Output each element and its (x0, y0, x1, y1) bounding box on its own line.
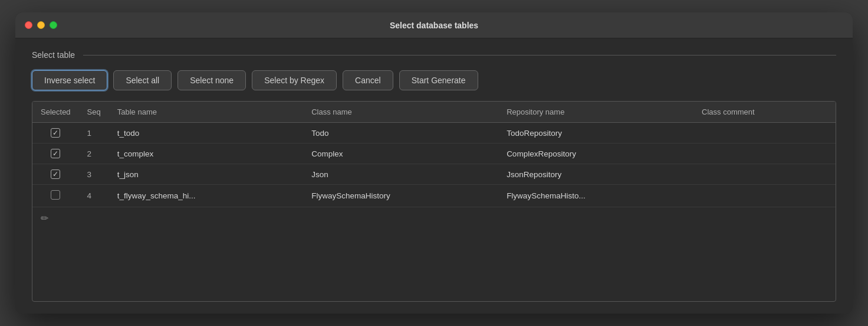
table-name-cell: t_json (109, 164, 303, 185)
checkbox-cell (32, 144, 79, 164)
class-comment-cell (693, 123, 836, 144)
col-header-class-comment: Class comment (693, 102, 836, 123)
footer-bar: ✏ (32, 207, 836, 229)
col-header-class-name: Class name (303, 102, 498, 123)
checkbox-cell (32, 123, 79, 144)
edit-icon[interactable]: ✏ (41, 213, 48, 224)
section-label: Select table (32, 50, 75, 60)
cancel-button[interactable]: Cancel (343, 70, 393, 90)
col-header-repository-name: Repository name (498, 102, 693, 123)
col-header-selected: Selected (32, 102, 79, 123)
content-area: Select table Inverse select Select all S… (15, 38, 853, 314)
seq-cell: 4 (79, 185, 109, 207)
class-name-cell: Complex (303, 144, 498, 164)
start-generate-button[interactable]: Start Generate (399, 70, 478, 90)
table-name-cell: t_complex (109, 144, 303, 164)
row-checkbox[interactable] (51, 169, 60, 179)
col-header-table-name: Table name (109, 102, 303, 123)
data-table: Selected Seq Table name Class name Repos… (32, 102, 836, 207)
section-header: Select table (32, 50, 836, 60)
seq-cell: 3 (79, 164, 109, 185)
close-button[interactable] (25, 21, 32, 29)
minimize-button[interactable] (37, 21, 45, 29)
repository-name-cell: FlywaySchemaHisto... (498, 185, 693, 207)
table-row[interactable]: 2t_complexComplexComplexRepository (32, 144, 836, 164)
table-row[interactable]: 1t_todoTodoTodoRepository (32, 123, 836, 144)
table-container: Selected Seq Table name Class name Repos… (32, 101, 836, 302)
repository-name-cell: ComplexRepository (498, 144, 693, 164)
seq-cell: 1 (79, 123, 109, 144)
section-divider (83, 55, 836, 56)
checkbox-cell (32, 164, 79, 185)
window-title: Select database tables (390, 21, 478, 30)
table-name-cell: t_todo (109, 123, 303, 144)
class-comment-cell (693, 144, 836, 164)
seq-cell: 2 (79, 144, 109, 164)
select-none-button[interactable]: Select none (177, 70, 246, 90)
checkbox-cell (32, 185, 79, 207)
title-bar: Select database tables (15, 12, 853, 38)
repository-name-cell: JsonRepository (498, 164, 693, 185)
select-by-regex-button[interactable]: Select by Regex (252, 70, 337, 90)
table-body: 1t_todoTodoTodoRepository2t_complexCompl… (32, 123, 836, 207)
row-checkbox[interactable] (51, 128, 60, 138)
class-comment-cell (693, 164, 836, 185)
class-comment-cell (693, 185, 836, 207)
table-name-cell: t_flyway_schema_hi... (109, 185, 303, 207)
class-name-cell: Json (303, 164, 498, 185)
repository-name-cell: TodoRepository (498, 123, 693, 144)
table-row[interactable]: 4t_flyway_schema_hi...FlywaySchemaHistor… (32, 185, 836, 207)
row-checkbox[interactable] (51, 190, 60, 200)
maximize-button[interactable] (50, 21, 57, 29)
traffic-lights (25, 21, 57, 29)
main-window: Select database tables Select table Inve… (15, 12, 853, 314)
inverse-select-button[interactable]: Inverse select (32, 70, 107, 90)
col-header-seq: Seq (79, 102, 109, 123)
table-header-row: Selected Seq Table name Class name Repos… (32, 102, 836, 123)
select-all-button[interactable]: Select all (113, 70, 172, 90)
row-checkbox[interactable] (51, 149, 60, 158)
toolbar: Inverse select Select all Select none Se… (32, 70, 836, 90)
class-name-cell: Todo (303, 123, 498, 144)
class-name-cell: FlywaySchemaHistory (303, 185, 498, 207)
table-row[interactable]: 3t_jsonJsonJsonRepository (32, 164, 836, 185)
